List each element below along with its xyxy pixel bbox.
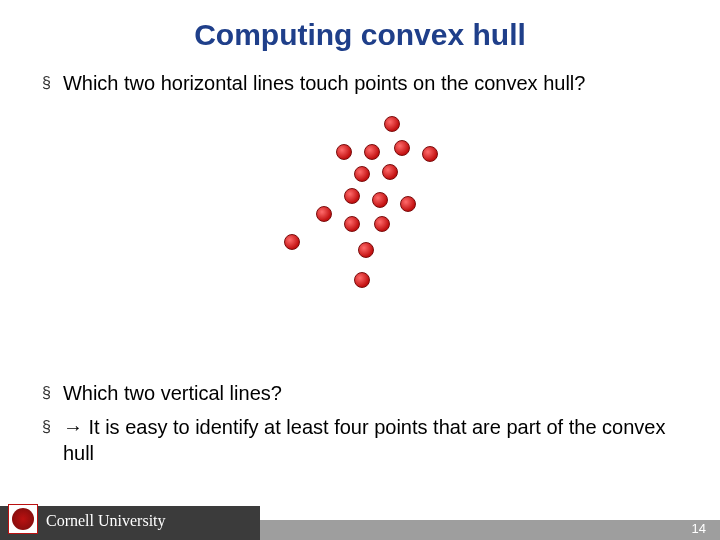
scatter-point [316,206,332,222]
university-name: Cornell University [46,512,166,530]
bullet-1-text: Which two horizontal lines touch points … [63,70,586,96]
point-cloud [264,106,464,296]
scatter-point [382,164,398,180]
bullet-1: § Which two horizontal lines touch point… [42,70,686,96]
scatter-point [344,216,360,232]
content-area: § Which two horizontal lines touch point… [0,52,720,300]
scatter-point [374,216,390,232]
scatter-point [284,234,300,250]
scatter-point [364,144,380,160]
bullet-3-text: → It is easy to identify at least four p… [63,414,686,466]
scatter-point [354,166,370,182]
slide: Computing convex hull § Which two horizo… [0,0,720,540]
bullet-2: § Which two vertical lines? [42,380,686,406]
slide-title: Computing convex hull [0,0,720,52]
scatter-point [394,140,410,156]
scatter-point [384,116,400,132]
scatter-point [422,146,438,162]
arrow-icon: → [63,416,83,438]
page-number: 14 [692,521,706,536]
bullet-2-text: Which two vertical lines? [63,380,282,406]
scatter-point [400,196,416,212]
bullet-3-body: It is easy to identify at least four poi… [63,416,666,464]
scatter-figure [42,106,686,300]
bullet-marker-icon: § [42,414,51,440]
bullet-marker-icon: § [42,70,51,96]
logo-box [8,504,38,534]
bullet-marker-icon: § [42,380,51,406]
cornell-seal-icon [12,508,34,530]
lower-bullets: § Which two vertical lines? § → It is ea… [0,380,720,474]
footer: Cornell University 14 [0,502,720,540]
scatter-point [336,144,352,160]
scatter-point [358,242,374,258]
scatter-point [372,192,388,208]
scatter-point [354,272,370,288]
scatter-point [344,188,360,204]
bullet-3: § → It is easy to identify at least four… [42,414,686,466]
